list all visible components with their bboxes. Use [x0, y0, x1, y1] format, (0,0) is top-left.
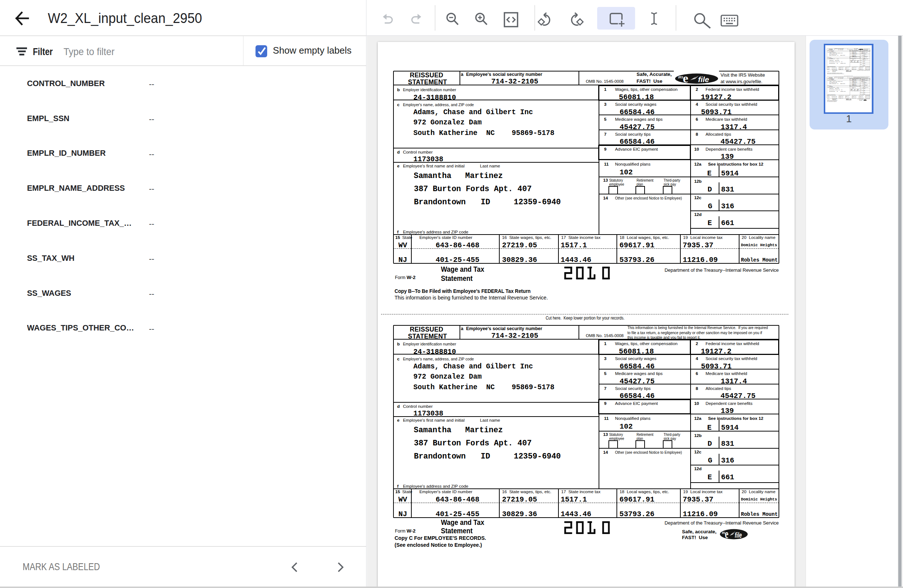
svg-text:e: e [683, 73, 688, 84]
svg-text:file: file [735, 531, 742, 539]
svg-text:file: file [865, 100, 866, 100]
svg-text:e: e [725, 529, 728, 539]
svg-text:file: file [698, 75, 709, 83]
